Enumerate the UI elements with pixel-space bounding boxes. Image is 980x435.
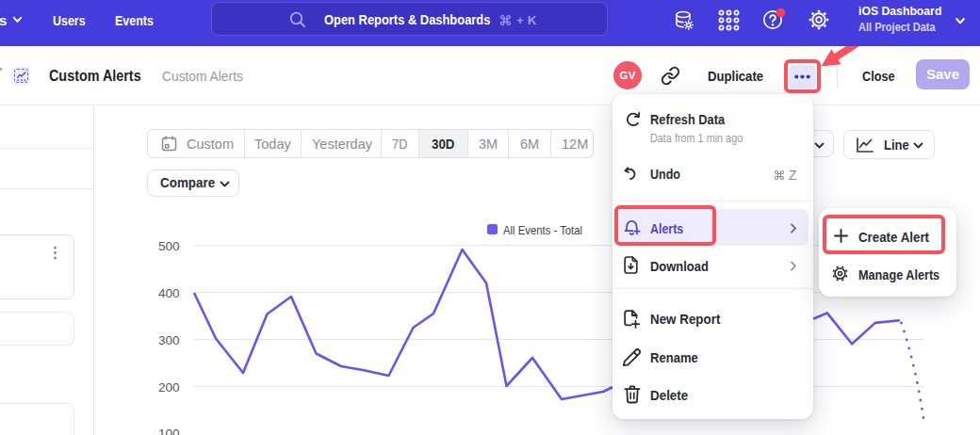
svg-text:400: 400: [158, 286, 180, 300]
svg-text:100: 100: [158, 427, 180, 435]
svg-text:300: 300: [158, 333, 180, 347]
svg-text:200: 200: [158, 380, 180, 395]
svg-text:500: 500: [158, 239, 180, 253]
